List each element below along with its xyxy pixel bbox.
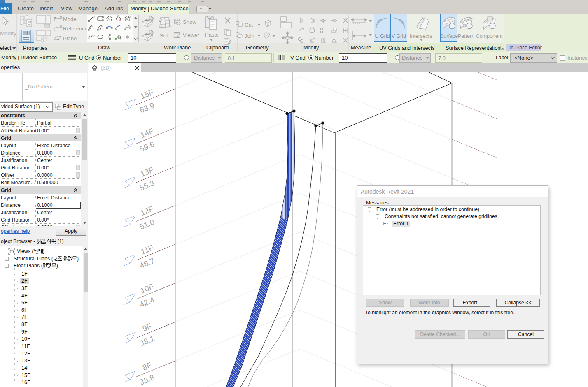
svg-text:11F: 11F [140, 243, 155, 256]
svg-text:13F: 13F [139, 165, 155, 178]
svg-text:8F: 8F [141, 361, 153, 372]
svg-text:9F: 9F [141, 322, 153, 333]
svg-text:10F: 10F [139, 282, 155, 295]
svg-text:15F: 15F [139, 88, 155, 101]
svg-text:14F: 14F [139, 127, 155, 140]
svg-text:12F: 12F [139, 204, 155, 218]
